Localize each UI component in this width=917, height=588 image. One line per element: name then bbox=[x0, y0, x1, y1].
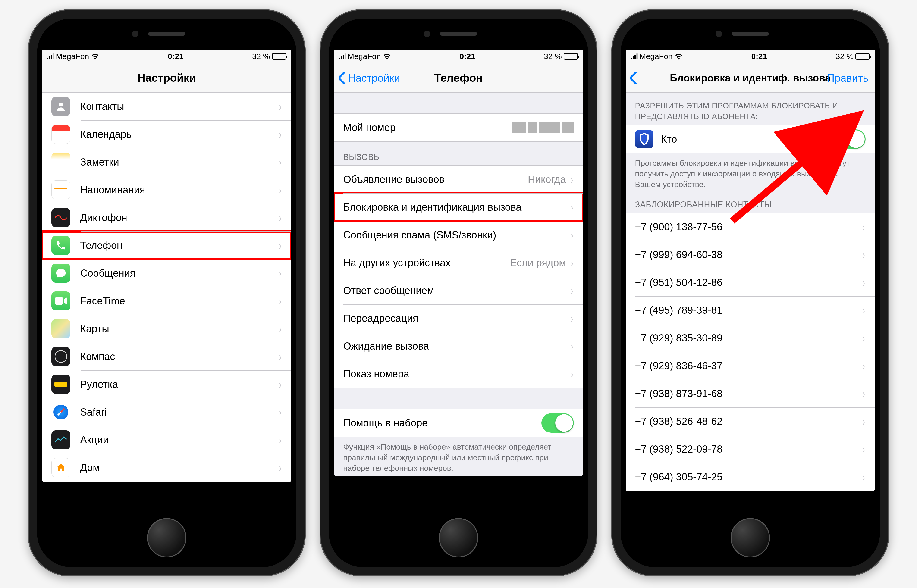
blocked-list: +7 (900) 138-77-56› +7 (999) 694-60-38› … bbox=[626, 213, 875, 491]
screen-call-blocking: MegaFon 0:21 32 % Блокировка и идентиф. … bbox=[626, 50, 875, 491]
chevron-icon: › bbox=[863, 304, 865, 317]
battery-icon bbox=[272, 53, 286, 60]
speaker-slot bbox=[440, 32, 477, 36]
row-announce[interactable]: Объявление вызовов Никогда › bbox=[334, 166, 583, 193]
blocked-number: +7 (929) 836-46-37 bbox=[635, 360, 862, 372]
settings-list[interactable]: Контакты › Календарь › Заметки › bbox=[42, 92, 291, 482]
row-facetime[interactable]: FaceTime › bbox=[42, 287, 291, 315]
row-maps[interactable]: Карты › bbox=[42, 315, 291, 342]
row-label: FaceTime bbox=[80, 295, 278, 307]
safari-icon bbox=[52, 402, 70, 422]
chevron-icon: › bbox=[863, 415, 865, 428]
app-toggle[interactable] bbox=[833, 129, 865, 149]
chevron-icon: › bbox=[571, 229, 573, 241]
blocked-row[interactable]: +7 (938) 526-48-62› bbox=[626, 407, 875, 435]
blocked-row[interactable]: +7 (929) 836-46-37› bbox=[626, 352, 875, 380]
phone-mockup-1: MegaFon 0:21 32 % Настройки К bbox=[28, 9, 306, 577]
front-camera bbox=[132, 31, 139, 37]
screen-settings: MegaFon 0:21 32 % Настройки К bbox=[42, 50, 291, 482]
status-bar: MegaFon 0:21 32 % bbox=[334, 50, 583, 63]
facetime-icon bbox=[52, 291, 70, 310]
row-label: Напоминания bbox=[80, 184, 278, 195]
phone-mockup-3: MegaFon 0:21 32 % Блокировка и идентиф. … bbox=[611, 9, 889, 577]
row-label: Диктофон bbox=[80, 212, 278, 223]
row-home[interactable]: Дом › bbox=[42, 454, 291, 481]
blocked-number: +7 (495) 789-39-81 bbox=[635, 304, 862, 316]
row-caller-id[interactable]: Показ номера › bbox=[334, 360, 583, 388]
row-notes[interactable]: Заметки › bbox=[42, 148, 291, 176]
row-label: Сообщения bbox=[80, 267, 278, 279]
status-time: 0:21 bbox=[168, 52, 184, 61]
nav-back-button[interactable] bbox=[630, 71, 640, 84]
row-contacts[interactable]: Контакты › bbox=[42, 93, 291, 120]
row-phone[interactable]: Телефон › bbox=[42, 231, 291, 259]
status-time: 0:21 bbox=[460, 52, 475, 61]
row-reminders[interactable]: Напоминания › bbox=[42, 176, 291, 204]
blocked-row[interactable]: +7 (900) 138-77-56› bbox=[626, 213, 875, 241]
blocked-row[interactable]: +7 (929) 835-30-89› bbox=[626, 324, 875, 352]
row-forward[interactable]: Переадресация › bbox=[334, 304, 583, 332]
battery-pct: 32 % bbox=[544, 52, 562, 61]
chevron-icon: › bbox=[571, 257, 573, 269]
row-label: Блокировка и идентификация вызова bbox=[343, 201, 570, 213]
chevron-icon: › bbox=[279, 434, 281, 446]
blocked-row[interactable]: +7 (999) 694-60-38› bbox=[626, 241, 875, 268]
row-compass[interactable]: Компас › bbox=[42, 342, 291, 370]
chevron-icon: › bbox=[279, 184, 281, 196]
row-respond[interactable]: Ответ сообщением › bbox=[334, 277, 583, 304]
blocked-row[interactable]: +7 (951) 504-12-86› bbox=[626, 268, 875, 296]
row-my-number[interactable]: Мой номер bbox=[334, 114, 583, 141]
dial-assist-group: Помощь в наборе bbox=[334, 409, 583, 437]
front-camera bbox=[424, 31, 430, 37]
svg-rect-1 bbox=[55, 297, 63, 305]
row-calendar[interactable]: Календарь › bbox=[42, 120, 291, 148]
nav-edit-button[interactable]: Править bbox=[827, 72, 868, 84]
row-block-id[interactable]: Блокировка и идентификация вызова › bbox=[334, 193, 583, 221]
my-number-group: Мой номер bbox=[334, 113, 583, 142]
phone-bezel: MegaFon 0:21 32 % Настройки Телефон bbox=[329, 19, 588, 567]
row-label: Сообщения спама (SMS/звонки) bbox=[343, 229, 570, 241]
speaker-slot bbox=[732, 32, 769, 36]
nav-back-button[interactable]: Настройки bbox=[338, 71, 400, 84]
row-stocks[interactable]: Акции › bbox=[42, 426, 291, 454]
row-dial-assist[interactable]: Помощь в наборе bbox=[334, 409, 583, 437]
chevron-icon: › bbox=[279, 212, 281, 224]
battery-icon bbox=[856, 53, 870, 60]
nav-title: Настройки bbox=[137, 71, 196, 84]
blocked-number: +7 (999) 694-60-38 bbox=[635, 249, 862, 260]
row-other-devices[interactable]: На других устройствах Если рядом › bbox=[334, 249, 583, 277]
nav-title: Телефон bbox=[434, 71, 483, 84]
home-button[interactable] bbox=[439, 518, 478, 557]
home-button[interactable] bbox=[731, 518, 770, 557]
row-label: На других устройствах bbox=[343, 257, 510, 268]
back-chevron-icon bbox=[630, 71, 638, 84]
blocked-number: +7 (951) 504-12-86 bbox=[635, 277, 862, 288]
carrier-label: MegaFon bbox=[639, 52, 673, 61]
row-waiting[interactable]: Ожидание вызова › bbox=[334, 332, 583, 360]
row-voicememos[interactable]: Диктофон › bbox=[42, 204, 291, 231]
row-label: Ответ сообщением bbox=[343, 285, 570, 296]
front-camera bbox=[716, 31, 722, 37]
blocked-row[interactable]: +7 (938) 522-09-78› bbox=[626, 435, 875, 463]
row-measure[interactable]: Рулетка › bbox=[42, 370, 291, 398]
apps-header: РАЗРЕШИТЬ ЭТИМ ПРОГРАММАМ БЛОКИРОВАТЬ И … bbox=[626, 93, 875, 125]
chevron-icon: › bbox=[279, 128, 281, 141]
row-app-kto[interactable]: Кто bbox=[626, 125, 875, 153]
dial-assist-toggle[interactable] bbox=[542, 413, 574, 433]
speaker-slot bbox=[148, 32, 185, 36]
chevron-icon: › bbox=[279, 295, 281, 307]
back-chevron-icon bbox=[338, 71, 346, 84]
row-safari[interactable]: Safari › bbox=[42, 398, 291, 426]
home-button[interactable] bbox=[147, 518, 186, 557]
blocked-row[interactable]: +7 (495) 789-39-81› bbox=[626, 296, 875, 324]
nav-bar: Блокировка и идентиф. вызова Править bbox=[626, 63, 875, 93]
svg-point-0 bbox=[59, 103, 63, 107]
blocked-row[interactable]: +7 (938) 873-91-68› bbox=[626, 380, 875, 407]
chevron-icon: › bbox=[279, 323, 281, 335]
row-spam[interactable]: Сообщения спама (SMS/звонки) › bbox=[334, 221, 583, 249]
row-label: Safari bbox=[80, 406, 278, 418]
row-messages[interactable]: Сообщения › bbox=[42, 259, 291, 287]
blocked-row[interactable]: +7 (964) 305-74-25› bbox=[626, 463, 875, 491]
chevron-icon: › bbox=[863, 276, 865, 289]
row-label: Заметки bbox=[80, 156, 278, 168]
